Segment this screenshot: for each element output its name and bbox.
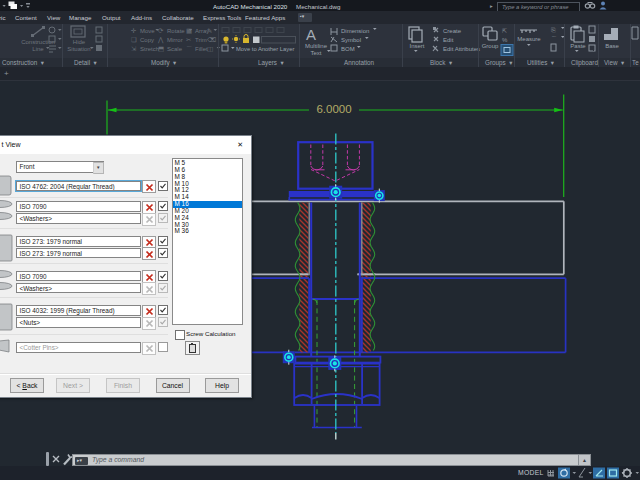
svg-text:▦: ▦ [186, 27, 192, 34]
svg-text:Line: Line [32, 46, 44, 52]
svg-text:⋀: ⋀ [157, 36, 164, 44]
svg-text:Trim: Trim [195, 37, 207, 43]
svg-text:A: A [306, 26, 316, 43]
svg-text:⇲: ⇲ [131, 45, 136, 52]
svg-text:Situation: Situation [67, 46, 90, 52]
svg-text:%: % [502, 37, 508, 43]
svg-text:⬒: ⬒ [158, 45, 164, 52]
svg-text:Paste: Paste [570, 43, 586, 49]
svg-text:Scale: Scale [167, 46, 183, 52]
svg-text:Stretch: Stretch [140, 46, 159, 52]
svg-text:BOM: BOM [341, 46, 355, 52]
svg-text:⌒: ⌒ [186, 45, 193, 52]
svg-text:Insert: Insert [409, 43, 424, 49]
svg-text:Multiline: Multiline [305, 43, 328, 49]
svg-text:6.0000: 6.0000 [316, 103, 351, 115]
svg-text:✂: ✂ [186, 36, 192, 43]
svg-text:Create: Create [443, 28, 462, 34]
svg-text:⎘: ⎘ [551, 27, 556, 33]
svg-text:Move: Move [140, 28, 155, 34]
svg-text:Dimension: Dimension [341, 28, 369, 34]
svg-text:Rotate: Rotate [167, 28, 185, 34]
svg-text:Base: Base [605, 43, 619, 49]
svg-text:◫: ◫ [207, 45, 213, 52]
svg-text:Hide: Hide [73, 39, 86, 45]
svg-text:Symbol: Symbol [341, 37, 361, 43]
svg-text:Edit: Edit [443, 37, 454, 43]
svg-text:Move to Another Layer: Move to Another Layer [236, 46, 294, 52]
svg-text:❏: ❏ [131, 36, 137, 43]
svg-text:⌒: ⌒ [551, 36, 557, 42]
svg-text:⌫: ⌫ [207, 36, 216, 43]
svg-text:Copy: Copy [140, 37, 154, 43]
svg-text:✛: ✛ [131, 27, 136, 34]
svg-text:Text: Text [310, 50, 321, 56]
svg-text:Edit Attributes: Edit Attributes [443, 46, 480, 52]
svg-text:⟳: ⟳ [158, 27, 164, 34]
svg-text:⇱: ⇱ [502, 28, 507, 34]
svg-text:Group: Group [482, 43, 499, 49]
svg-text:Measure: Measure [517, 36, 541, 42]
svg-text:✎: ✎ [207, 27, 212, 34]
svg-text:Mirror: Mirror [167, 37, 183, 43]
